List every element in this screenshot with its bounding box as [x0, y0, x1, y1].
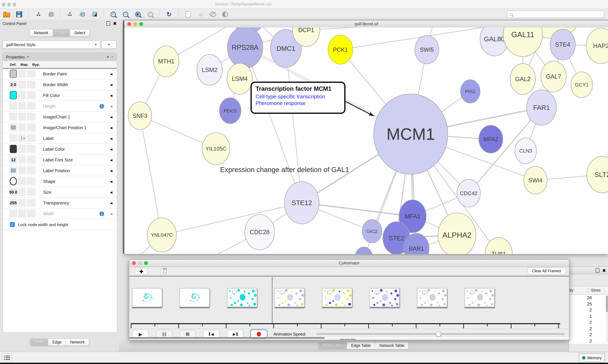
- node-gcy1[interactable]: GCY1: [571, 72, 593, 98]
- expand-row-icon[interactable]: ◀: [110, 104, 112, 108]
- node-ynl047c[interactable]: YNL047C: [147, 218, 176, 252]
- property-row-border-width[interactable]: 2.0Border Width◀: [3, 79, 117, 90]
- default-value-cell[interactable]: [9, 177, 17, 185]
- style-tab-edge[interactable]: Edge: [48, 339, 66, 346]
- network-snapshot-icon[interactable]: [184, 10, 192, 18]
- expand-all-icon[interactable]: »: [106, 56, 110, 58]
- open-session-icon[interactable]: [2, 10, 11, 18]
- bypass-cell[interactable]: [27, 91, 36, 99]
- bypass-cell[interactable]: [27, 156, 36, 164]
- expand-row-icon[interactable]: ◀: [110, 201, 112, 205]
- bypass-cell[interactable]: [27, 209, 36, 218]
- zoom-out-icon[interactable]: −: [121, 10, 129, 18]
- node-mth1[interactable]: MTH1: [153, 46, 179, 77]
- expand-row-icon[interactable]: ◀: [110, 72, 112, 76]
- mapping-cell[interactable]: [18, 188, 26, 196]
- default-value-cell[interactable]: [9, 102, 17, 110]
- float-panel-icon[interactable]: [596, 268, 599, 273]
- table-tab-node-table[interactable]: Node Table: [318, 342, 347, 349]
- expand-row-icon[interactable]: ◀: [110, 137, 112, 140]
- node-gal2[interactable]: GAL2: [510, 64, 536, 95]
- info-icon[interactable]: i: [99, 104, 104, 108]
- bypass-cell[interactable]: [27, 123, 36, 131]
- expand-row-icon[interactable]: ◀: [110, 126, 112, 129]
- mapping-cell[interactable]: ⋮›: [18, 134, 26, 142]
- property-row-height[interactable]: Heighti◀: [3, 101, 117, 112]
- node-swi5[interactable]: SWI5: [415, 35, 439, 64]
- mapping-cell[interactable]: [18, 91, 26, 99]
- cyanimator-titlebar[interactable]: CyAnimator: [129, 260, 569, 267]
- default-value-cell[interactable]: [9, 123, 17, 131]
- import-table-icon[interactable]: ↓: [46, 10, 55, 18]
- zoom-window-icon[interactable]: [13, 2, 16, 7]
- memory-button[interactable]: Memory: [579, 353, 605, 362]
- node-cdc42[interactable]: CDC42: [457, 179, 480, 207]
- node-hap2[interactable]: HAP2: [586, 28, 608, 64]
- mapping-cell[interactable]: [18, 80, 26, 89]
- property-row-transparency[interactable]: 255Transparency◀: [3, 198, 117, 208]
- column-divider[interactable]: [588, 287, 588, 293]
- mapping-cell[interactable]: [18, 156, 26, 164]
- search-field[interactable]: [507, 11, 604, 18]
- clear-all-frames-button[interactable]: Clear All Frames: [527, 268, 566, 274]
- node-pis1[interactable]: PIS1: [460, 80, 480, 103]
- table-tab-network-table[interactable]: Network Table: [375, 342, 409, 349]
- table-header[interactable]: ity Stres: [569, 286, 608, 295]
- property-row-label-color[interactable]: Label Color◀: [3, 144, 117, 155]
- add-frame-button[interactable]: ✚: [135, 268, 148, 275]
- save-session-icon[interactable]: [15, 10, 23, 18]
- export-network-icon[interactable]: ↑: [65, 10, 73, 18]
- node-tub1[interactable]: TUB1: [485, 237, 512, 254]
- node-gal7[interactable]: GAL7: [541, 61, 566, 92]
- property-row-image-chart-position-1[interactable]: Image/Chart Position 1◀: [3, 122, 117, 133]
- style-tab-node[interactable]: Node: [30, 339, 48, 346]
- default-value-cell[interactable]: [9, 145, 17, 153]
- mapping-cell[interactable]: [18, 113, 26, 121]
- close-window-icon[interactable]: [2, 2, 5, 7]
- node-alpha2[interactable]: ALPHA2: [438, 213, 476, 254]
- color-swatch[interactable]: [10, 91, 17, 99]
- scrollbar-thumb[interactable]: [606, 296, 608, 312]
- float-panel-icon[interactable]: [106, 21, 110, 26]
- table-scrollbar[interactable]: [606, 295, 608, 342]
- lock-size-checkbox[interactable]: ✓: [10, 222, 15, 227]
- node-lsm4[interactable]: LSM4: [227, 63, 252, 94]
- node-snf3[interactable]: SNF3: [128, 102, 152, 130]
- expand-row-icon[interactable]: ◀: [110, 83, 112, 86]
- horizontal-scrollbar[interactable]: [129, 337, 569, 339]
- toggle-contrast-icon[interactable]: [221, 10, 229, 18]
- property-row-width[interactable]: Widthi◀: [3, 208, 117, 219]
- minimize-window-icon[interactable]: [7, 2, 11, 7]
- network-canvas[interactable]: MTH1RPS28ADMC1DCP1PCK1SWI5GAL80GAL11STE4…: [124, 27, 608, 254]
- expand-row-icon[interactable]: ◀: [110, 190, 112, 194]
- mapping-cell[interactable]: [18, 177, 26, 185]
- expand-row-icon[interactable]: ◀: [110, 169, 112, 172]
- expand-row-icon[interactable]: ◀: [110, 94, 112, 97]
- default-value-cell[interactable]: [9, 209, 17, 218]
- collapse-all-icon[interactable]: «: [110, 56, 115, 58]
- zoom-fit-icon[interactable]: ▣: [134, 10, 142, 18]
- node-far1[interactable]: FAR1: [527, 90, 556, 125]
- node-mcm1[interactable]: MCM1: [374, 94, 448, 174]
- close-panel-icon[interactable]: ✖: [602, 268, 606, 273]
- table-row[interactable]: 2: [569, 332, 608, 338]
- node-ste12[interactable]: STE12: [284, 182, 319, 224]
- mapping-cell[interactable]: [18, 102, 26, 110]
- node-cln3[interactable]: CLN3: [515, 138, 537, 164]
- property-row-shape[interactable]: Shape◀: [3, 176, 117, 187]
- mapping-cell[interactable]: [18, 145, 26, 153]
- node-pck1[interactable]: PCK1: [328, 35, 353, 64]
- bypass-cell[interactable]: [27, 134, 36, 142]
- close-icon[interactable]: [127, 22, 131, 26]
- table-row[interactable]: 2: [569, 338, 608, 344]
- column-header[interactable]: ity: [569, 288, 573, 293]
- table-tab-edge-table[interactable]: Edge Table: [347, 342, 375, 349]
- tab-network[interactable]: Network: [30, 29, 53, 36]
- refresh-layout-icon[interactable]: ↻: [165, 10, 173, 18]
- default-value-cell[interactable]: 12: [9, 156, 17, 164]
- task-history-button[interactable]: [2, 353, 12, 362]
- node-pdc5[interactable]: PDC5: [220, 98, 241, 124]
- node-lsm2[interactable]: LSM2: [197, 54, 222, 85]
- table-row[interactable]: 1: [569, 313, 608, 319]
- close-panel-icon[interactable]: ✖: [113, 21, 117, 26]
